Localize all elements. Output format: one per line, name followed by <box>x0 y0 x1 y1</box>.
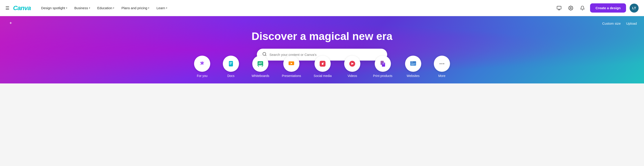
category-social-media[interactable]: Social media <box>308 52 338 81</box>
svg-point-7 <box>203 61 204 62</box>
hero-banner: ✦ Custom size Upload Discover a magical … <box>0 16 644 83</box>
docs-icon <box>223 56 239 72</box>
nav-design-spotlight-label: Design spotlight <box>41 6 65 10</box>
monitor-icon[interactable] <box>555 4 563 12</box>
hamburger-menu[interactable]: ☰ <box>6 5 10 11</box>
svg-point-34 <box>440 63 441 64</box>
category-print-products[interactable]: Print products <box>367 52 398 81</box>
nav-business[interactable]: Business ▾ <box>71 4 93 12</box>
category-docs[interactable]: Docs <box>216 52 246 81</box>
svg-line-15 <box>262 65 263 67</box>
nav-plans-pricing[interactable]: Plans and pricing ▾ <box>118 4 152 12</box>
svg-point-21 <box>323 63 324 63</box>
presentations-label: Presentations <box>282 74 301 78</box>
upload-button[interactable]: Upload <box>626 21 637 25</box>
videos-label: Videos <box>348 74 357 78</box>
category-list: For you Docs <box>188 52 456 81</box>
category-videos[interactable]: Videos <box>338 52 367 81</box>
navbar: ☰ Canva Design spotlight ▾ Business ▾ Ed… <box>0 0 644 16</box>
whiteboards-label: Whiteboards <box>252 74 270 78</box>
presentations-icon <box>283 56 300 72</box>
nav-education[interactable]: Education ▾ <box>94 4 118 12</box>
nav-learn-label: Learn <box>156 6 165 10</box>
svg-rect-10 <box>230 63 232 63</box>
category-whiteboards[interactable]: Whiteboards <box>246 52 276 81</box>
nav-business-label: Business <box>74 6 88 10</box>
svg-rect-33 <box>411 65 414 65</box>
settings-icon[interactable] <box>567 4 575 12</box>
create-design-button[interactable]: Create a design <box>590 3 626 12</box>
svg-point-30 <box>411 62 412 62</box>
websites-label: Websites <box>407 74 420 78</box>
social-media-icon <box>314 56 331 72</box>
websites-icon <box>405 56 421 72</box>
more-label: More <box>438 74 445 78</box>
nav-education-label: Education <box>97 6 112 10</box>
nav-design-spotlight[interactable]: Design spotlight ▾ <box>38 4 70 12</box>
chevron-down-icon: ▾ <box>113 7 114 9</box>
svg-rect-9 <box>230 62 232 63</box>
for-you-label: For you <box>197 74 208 78</box>
whiteboards-icon <box>252 56 268 72</box>
nav-learn[interactable]: Learn ▾ <box>153 4 170 12</box>
print-products-icon <box>374 56 391 72</box>
chevron-down-icon: ▾ <box>89 7 90 9</box>
print-products-label: Print products <box>373 74 392 78</box>
svg-point-3 <box>570 7 572 9</box>
svg-point-36 <box>443 63 444 64</box>
category-more[interactable]: More <box>428 52 456 81</box>
nav-plans-pricing-label: Plans and pricing <box>121 6 147 10</box>
custom-size-button[interactable]: Custom size <box>602 21 621 25</box>
chevron-down-icon: ▾ <box>166 7 167 9</box>
svg-rect-27 <box>382 64 384 64</box>
svg-point-6 <box>200 62 201 63</box>
svg-rect-32 <box>411 64 415 64</box>
canva-logo[interactable]: Canva <box>13 4 31 12</box>
svg-rect-0 <box>557 6 561 9</box>
svg-point-35 <box>441 63 442 64</box>
videos-icon <box>344 56 360 72</box>
chevron-down-icon: ▾ <box>148 7 149 9</box>
svg-rect-8 <box>229 61 233 66</box>
nav-links: Design spotlight ▾ Business ▾ Education … <box>38 4 555 12</box>
avatar[interactable]: LT <box>630 3 638 12</box>
category-presentations[interactable]: Presentations <box>276 52 308 81</box>
chevron-down-icon: ▾ <box>66 7 67 9</box>
hero-corner-actions: Custom size Upload <box>602 21 637 25</box>
nav-right: Create a design LT <box>555 3 638 12</box>
category-for-you[interactable]: For you <box>188 52 216 81</box>
social-media-label: Social media <box>314 74 332 78</box>
svg-rect-11 <box>230 64 232 64</box>
hero-stars: ✦ <box>9 21 12 25</box>
category-websites[interactable]: Websites <box>398 52 428 81</box>
docs-label: Docs <box>228 74 234 78</box>
bell-icon[interactable] <box>578 4 586 12</box>
svg-point-31 <box>412 62 413 62</box>
hero-title: Discover a magical new era <box>252 30 392 42</box>
more-icon <box>434 56 450 72</box>
svg-line-14 <box>258 65 259 67</box>
svg-rect-26 <box>382 63 384 63</box>
for-you-icon <box>194 56 210 72</box>
